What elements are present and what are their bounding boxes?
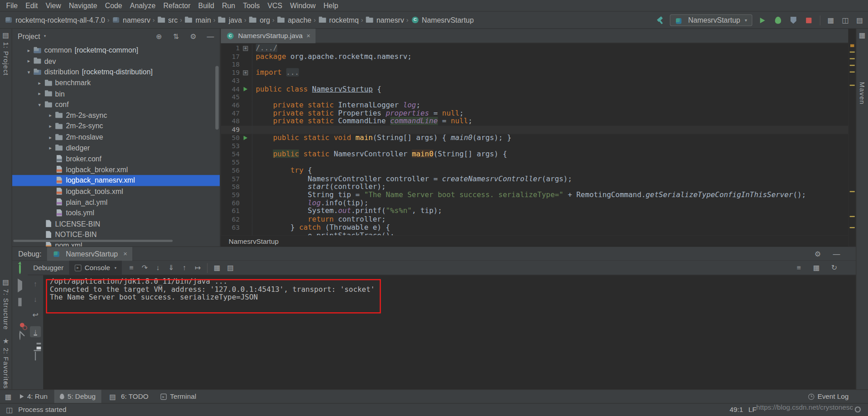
tree-item[interactable]: logback_broker.xml xyxy=(12,164,220,175)
stop-button[interactable] xyxy=(803,15,814,25)
tree-chevron-right-icon[interactable]: ▸ xyxy=(24,58,34,64)
code-line[interactable]: 53 xyxy=(221,142,848,150)
menu-navigate[interactable]: Navigate xyxy=(65,1,101,10)
rerun-button[interactable] xyxy=(19,265,21,273)
code-line[interactable]: 45 xyxy=(221,93,848,102)
right-stripe-top-button[interactable]: ▦ xyxy=(856,31,868,39)
tree-item[interactable]: LICENSE-BIN xyxy=(12,218,220,229)
code-line[interactable]: 59 String tip = "The Name Server boot su… xyxy=(221,191,848,199)
menu-run[interactable]: Run xyxy=(218,1,239,10)
menu-help[interactable]: Help xyxy=(319,1,342,10)
error-stripe-mark[interactable] xyxy=(850,85,855,86)
tab-debug[interactable]: 5: Debug xyxy=(54,390,101,404)
gear-icon[interactable]: ⚙ xyxy=(188,32,198,40)
code-line[interactable]: 60 log.info(tip); xyxy=(221,199,848,207)
code-line[interactable]: 63 } catch (Throwable e) { xyxy=(221,223,848,232)
grid-icon[interactable]: ▦ xyxy=(811,264,821,272)
tree-item[interactable]: NOTICE-BIN xyxy=(12,229,220,240)
menu-file[interactable]: File xyxy=(2,1,22,10)
tab-run[interactable]: 4: Run xyxy=(14,390,53,404)
breadcrumb-item[interactable]: NamesrvStartup xyxy=(411,15,474,24)
code-line[interactable]: 61 System.out.printf("%s%n", tip); xyxy=(221,207,848,215)
tab-debugger[interactable]: Debugger xyxy=(28,261,69,275)
collapse-all-icon[interactable]: ⇅ xyxy=(171,32,181,40)
breadcrumb-item[interactable]: org xyxy=(249,15,270,24)
code-line[interactable]: 18 xyxy=(221,61,848,69)
project-view-selector[interactable]: Project ▾ xyxy=(18,32,46,40)
scroll-to-end-button[interactable]: ↓ xyxy=(30,326,41,337)
tab-console[interactable]: Console ▾ xyxy=(69,261,122,275)
breadcrumb-item[interactable]: src xyxy=(157,15,178,24)
console-panel[interactable]: /opt/application/jdk1.8.0_11/bin/java ..… xyxy=(43,275,856,389)
menu-tools[interactable]: Tools xyxy=(239,1,264,10)
error-stripe-mark[interactable] xyxy=(850,65,855,66)
editor-tab[interactable]: NamesrvStartup.java × xyxy=(221,29,316,44)
error-stripe-mark[interactable] xyxy=(850,216,855,217)
tree-item[interactable]: logback_tools.xml xyxy=(12,186,220,197)
menu-refactor[interactable]: Refactor xyxy=(159,1,194,10)
tree-item[interactable]: ▸bin xyxy=(12,88,220,99)
breadcrumb-item[interactable]: java xyxy=(217,15,242,24)
tree-chevron-right-icon[interactable]: ▸ xyxy=(35,91,44,97)
tree-item[interactable]: tools.yml xyxy=(12,208,220,218)
tree-horizontal-scrollbar[interactable] xyxy=(13,240,173,242)
menu-analyze[interactable]: Analyze xyxy=(126,1,159,10)
tree-item[interactable]: logback_namesrv.xml xyxy=(12,175,220,186)
tree-vertical-scrollbar[interactable] xyxy=(215,66,218,130)
code-line[interactable]: 58 start(controller); xyxy=(221,183,848,191)
background-task-icon[interactable] xyxy=(855,406,861,414)
soft-wrap-icon[interactable]: ↩ xyxy=(30,311,40,319)
layout-menu-icon[interactable]: ≡ xyxy=(126,264,136,272)
close-icon[interactable]: × xyxy=(123,250,127,257)
coverage-button[interactable] xyxy=(788,15,799,25)
tree-item[interactable]: ▸common[rocketmq-common] xyxy=(12,45,220,56)
tree-item[interactable]: ▾conf xyxy=(12,99,220,110)
debug-session-tab[interactable]: NamesrvStartup × xyxy=(47,247,132,261)
tree-chevron-right-icon[interactable]: ▸ xyxy=(46,123,55,129)
tree-chevron-down-icon[interactable]: ▾ xyxy=(24,69,34,75)
tree-chevron-right-icon[interactable]: ▸ xyxy=(24,48,34,53)
pause-button[interactable] xyxy=(18,298,21,306)
gear-icon[interactable]: ⚙ xyxy=(813,249,823,257)
clear-console-button[interactable] xyxy=(35,352,36,360)
tree-item[interactable]: ▾distribution[rocketmq-distribution] xyxy=(12,67,220,77)
run-gutter-icon[interactable] xyxy=(244,87,248,92)
error-stripe-indicator[interactable] xyxy=(850,44,854,47)
tree-chevron-down-icon[interactable]: ▾ xyxy=(35,102,44,107)
build-project-button[interactable] xyxy=(655,15,665,25)
sidebar-item-maven[interactable]: Maven xyxy=(856,82,868,105)
menu-vcs[interactable]: VCS xyxy=(264,1,286,10)
hide-panel-icon[interactable]: — xyxy=(831,249,841,257)
code-line[interactable]: 47 private static Properties properties … xyxy=(221,110,848,118)
code-line[interactable]: 1+/.../ xyxy=(221,44,848,53)
breadcrumb-item[interactable]: rocketmq-rocketmq-all-4.7.0 xyxy=(5,15,105,24)
code-line[interactable]: 62 return controller; xyxy=(221,215,848,223)
code-line[interactable]: 49 xyxy=(221,126,848,134)
evaluate-expression-icon[interactable]: ▦ xyxy=(212,264,222,272)
breadcrumb-item[interactable]: main xyxy=(184,15,211,24)
restore-layout-icon[interactable]: ▤ xyxy=(855,16,865,24)
error-stripe-mark[interactable] xyxy=(850,72,855,73)
menu-build[interactable]: Build xyxy=(194,1,218,10)
toolwindow-switcher-icon[interactable]: ▦ xyxy=(3,392,13,401)
tree-item[interactable]: ▸2m-2s-async xyxy=(12,110,220,121)
error-stripe-mark[interactable] xyxy=(850,52,855,53)
tab-terminal[interactable]: Terminal xyxy=(155,390,202,404)
code-line[interactable]: 56 try { xyxy=(221,167,848,175)
menu-view[interactable]: View xyxy=(42,1,65,10)
mute-breakpoints-button[interactable] xyxy=(19,331,20,339)
tree-chevron-right-icon[interactable]: ▸ xyxy=(35,80,44,86)
tree-chevron-right-icon[interactable]: ▸ xyxy=(46,134,55,140)
run-config-selector[interactable]: NamesrvStartup ▼ xyxy=(670,15,752,26)
restore-layout-icon[interactable]: ↻ xyxy=(829,264,839,272)
code-line[interactable]: 55 xyxy=(221,159,848,167)
sidebar-item-project[interactable]: ▤ 1: Project xyxy=(0,31,12,76)
code-editor[interactable]: 1+/.../17package org.apache.rocketmq.nam… xyxy=(221,43,848,246)
tree-item[interactable]: plain_acl.yml xyxy=(12,197,220,208)
tree-item[interactable]: ▸2m-2s-sync xyxy=(12,121,220,132)
code-line[interactable]: 50 public static void main(String[] args… xyxy=(221,134,848,142)
more-actions-icon[interactable]: ▤ xyxy=(226,264,236,272)
toolwindow-icon[interactable]: ▦ xyxy=(826,16,836,24)
tree-item[interactable]: ▸dledger xyxy=(12,142,220,153)
force-step-into-icon[interactable]: ⇓ xyxy=(166,264,176,272)
